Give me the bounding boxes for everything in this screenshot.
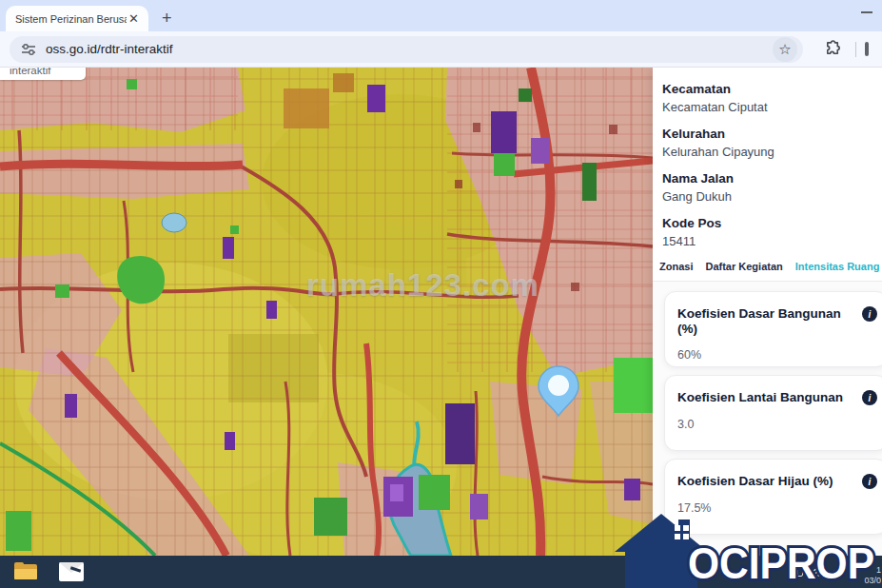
field-nama-jalan: Nama Jalan Gang Dukuh	[662, 171, 876, 204]
field-value: Gang Dukuh	[662, 189, 876, 204]
tab-intensitas-ruang[interactable]: Intensitas Ruang	[795, 261, 880, 272]
logo-text: OCIPROP	[688, 539, 874, 588]
field-label: Kecamatan	[662, 82, 876, 96]
page-content: interaktif rumah123.com Kecamatan Kecama…	[0, 68, 882, 556]
tab-zonasi[interactable]: Zonasi	[659, 261, 693, 272]
url-bar[interactable]: oss.go.id/rdtr-interaktif ☆	[10, 36, 803, 63]
mail-icon[interactable]	[59, 561, 84, 582]
window-minimize-button[interactable]	[861, 11, 872, 13]
card-value: 3.0	[677, 418, 877, 431]
browser-tabstrip: Sistem Perizinan Berusah ✕ +	[0, 0, 882, 31]
location-fields: Kecamatan Kecamatan Ciputat Kelurahan Ke…	[653, 68, 882, 248]
detail-panel: Kecamatan Kecamatan Ciputat Kelurahan Ke…	[653, 68, 882, 556]
field-label: Kelurahan	[662, 127, 876, 141]
new-tab-button[interactable]: +	[162, 10, 172, 27]
card-title: Koefisien Dasar Bangunan (%)	[677, 306, 856, 336]
field-kelurahan: Kelurahan Kelurahan Cipayung	[662, 127, 876, 159]
field-value: Kelurahan Cipayung	[662, 145, 876, 159]
field-value: 15411	[662, 234, 876, 248]
info-icon[interactable]: i	[862, 306, 877, 322]
site-info-icon[interactable]	[21, 43, 36, 56]
pond	[162, 213, 186, 232]
field-kode-pos: Kode Pos 15411	[662, 216, 876, 248]
card-klb: Koefisien Lantai Bangunan i 3.0	[664, 375, 882, 451]
card-title: Koefisien Dasar Hijau (%)	[677, 474, 833, 489]
card-kdb: Koefisien Dasar Bangunan (%) i 60%	[664, 291, 882, 367]
browser-window: Sistem Perizinan Berusah ✕ + oss.go.id/r…	[0, 0, 882, 588]
panel-tabs: Zonasi Daftar Kegiatan Intensitas Ruang …	[653, 261, 882, 282]
profile-edge-icon[interactable]	[865, 42, 869, 56]
field-kecamatan: Kecamatan Kecamatan Ciputat	[662, 82, 876, 114]
toolbar-separator	[855, 42, 856, 57]
map-container[interactable]: interaktif rumah123.com	[0, 68, 653, 556]
info-icon[interactable]: i	[862, 390, 877, 405]
field-label: Nama Jalan	[662, 171, 876, 186]
card-value: 60%	[677, 348, 877, 362]
bookmark-star-icon: ☆	[778, 42, 791, 56]
field-value: Kecamatan Ciputat	[662, 100, 876, 114]
info-icon[interactable]: i	[862, 474, 877, 489]
browser-tab[interactable]: Sistem Perizinan Berusah ✕	[6, 6, 148, 31]
card-title: Koefisien Lantai Bangunan	[677, 390, 843, 405]
extensions-icon[interactable]	[824, 40, 842, 58]
ociprop-logo: OCIPROP	[612, 512, 878, 588]
watermark-text: rumah123.com	[306, 267, 539, 304]
field-label: Kode Pos	[662, 216, 876, 230]
bookmark-button[interactable]: ☆	[773, 37, 797, 62]
status-chip: interaktif	[0, 68, 86, 80]
tab-title: Sistem Perizinan Berusah	[15, 13, 127, 25]
file-explorer-icon[interactable]	[13, 561, 38, 582]
location-pin[interactable]	[537, 364, 580, 418]
zoning-map[interactable]	[0, 68, 653, 556]
tab-close-icon[interactable]: ✕	[127, 11, 141, 26]
url-text[interactable]: oss.go.id/rdtr-interaktif	[46, 42, 773, 56]
tab-daftar-kegiatan[interactable]: Daftar Kegiatan	[705, 261, 782, 272]
browser-toolbar: oss.go.id/rdtr-interaktif ☆	[0, 31, 882, 68]
